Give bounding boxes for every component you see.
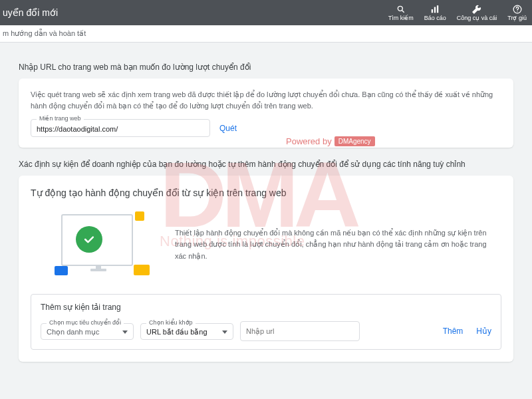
yellow-book-icon — [134, 265, 150, 275]
yellow-note-icon — [135, 211, 144, 221]
domain-input[interactable] — [37, 125, 204, 133]
chevron-down-icon — [222, 331, 227, 334]
category-select-value: Chọn danh mục — [47, 328, 99, 336]
domain-field-label: Miền trang web — [37, 115, 84, 122]
event-row: Chọn mục tiêu chuyển đổi Chọn danh mục C… — [41, 321, 491, 341]
page-title: uyển đổi mới — [3, 7, 58, 18]
event-box: Thêm sự kiện tải trang Chọn mục tiêu chu… — [31, 294, 501, 350]
auto-events-card: Tự động tạo hành động chuyển đổi từ sự k… — [19, 176, 513, 362]
illustration — [37, 211, 160, 278]
search-icon — [396, 5, 406, 14]
domain-field[interactable]: Miền trang web — [31, 119, 210, 137]
auto-body: Thiết lập hành động chuyển đổi mà không … — [31, 211, 501, 278]
url-input[interactable] — [240, 321, 360, 341]
tools-action[interactable]: Công cụ và cái — [452, 0, 503, 25]
help-label: Trợ giú — [507, 15, 527, 21]
topbar-actions: Tìm kiếm Báo cáo Công cụ và cái Trợ giú — [383, 0, 532, 25]
svg-point-0 — [398, 6, 402, 11]
cancel-button[interactable]: Hủy — [476, 327, 491, 336]
check-circle-icon — [76, 226, 102, 253]
match-select-label: Chọn kiểu khớp — [146, 319, 196, 326]
search-action[interactable]: Tìm kiếm — [383, 0, 419, 25]
url-card-desc: Việc quét trang web sẽ xác định xem tran… — [31, 89, 501, 111]
help-icon — [513, 5, 522, 14]
match-select-value: URL bắt đầu bằng — [146, 328, 207, 336]
auto-desc: Thiết lập hành động chuyển đổi mà không … — [175, 227, 495, 263]
chart-icon — [430, 5, 440, 14]
breadcrumb: m hướng dẫn và hoàn tất — [0, 25, 532, 43]
svg-rect-3 — [434, 7, 436, 13]
chevron-down-icon — [122, 331, 128, 334]
section1-label: Nhập URL cho trang web mà bạn muốn đo lư… — [19, 63, 513, 72]
auto-title: Tự động tạo hành động chuyển đổi từ sự k… — [31, 188, 501, 198]
help-action[interactable]: Trợ giú — [502, 0, 532, 25]
wrench-icon — [472, 5, 481, 14]
svg-rect-2 — [432, 9, 433, 13]
event-box-title: Thêm sự kiện tải trang — [41, 303, 491, 312]
reports-action[interactable]: Báo cáo — [419, 0, 452, 25]
search-label: Tìm kiếm — [388, 15, 414, 21]
topbar: uyển đổi mới Tìm kiếm Báo cáo Công cụ và… — [0, 0, 532, 25]
reports-label: Báo cáo — [424, 15, 446, 21]
svg-point-6 — [517, 11, 517, 11]
svg-rect-4 — [437, 5, 438, 13]
scan-button[interactable]: Quét — [219, 124, 237, 133]
url-row: Miền trang web Quét — [31, 119, 501, 137]
add-button[interactable]: Thêm — [443, 327, 464, 336]
category-select-label: Chọn mục tiêu chuyển đổi — [47, 319, 124, 326]
url-card: Việc quét trang web sẽ xác định xem tran… — [19, 78, 513, 148]
section2-label: Xác định sự kiện để doanh nghiệp của bạn… — [19, 160, 513, 169]
tools-label: Công cụ và cái — [457, 15, 497, 21]
svg-line-1 — [402, 10, 404, 12]
match-select[interactable]: Chọn kiểu khớp URL bắt đầu bằng — [140, 323, 233, 340]
blue-folder-icon — [55, 266, 68, 275]
category-select[interactable]: Chọn mục tiêu chuyển đổi Chọn danh mục — [41, 323, 134, 340]
content: Nhập URL cho trang web mà bạn muốn đo lư… — [0, 43, 532, 398]
